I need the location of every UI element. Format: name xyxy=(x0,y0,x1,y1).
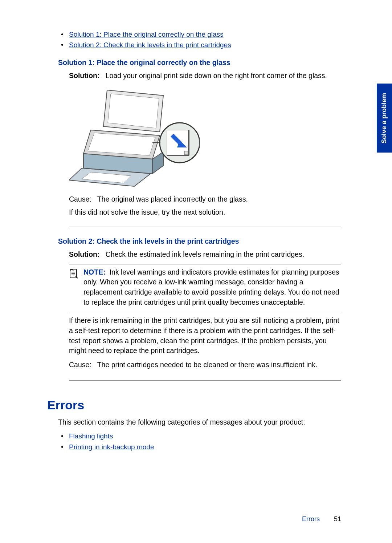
svg-marker-5 xyxy=(152,152,163,174)
link-solution-2[interactable]: Solution 2: Check the ink levels in the … xyxy=(69,41,231,49)
solution-2-cause-text: The print cartridges needed to be cleane… xyxy=(97,361,318,369)
link-solution-1[interactable]: Solution 1: Place the original correctly… xyxy=(69,31,224,38)
note-body: Ink level warnings and indicators provid… xyxy=(83,268,339,306)
solution-1-cause-text: The original was placed incorrectly on t… xyxy=(97,195,248,203)
solution-1-heading: Solution 1: Place the original correctly… xyxy=(58,58,341,67)
list-item: Printing in ink-backup mode xyxy=(69,442,341,452)
solution-1-cause: Cause: The original was placed incorrect… xyxy=(69,194,341,204)
note-label: NOTE: xyxy=(83,268,106,276)
solution-1-body: Solution: Load your original print side … xyxy=(69,70,341,81)
list-item: Solution 1: Place the original correctly… xyxy=(69,29,341,40)
solution-1-text: Load your original print side down on th… xyxy=(106,72,327,80)
footer-section: Errors xyxy=(302,515,320,523)
errors-heading: Errors xyxy=(47,398,341,412)
link-flashing-lights[interactable]: Flashing lights xyxy=(69,432,113,440)
note-text: NOTE: Ink level warnings and indicators … xyxy=(83,267,341,308)
cause-label: Cause: xyxy=(69,195,91,203)
errors-intro: This section contains the following cate… xyxy=(58,418,341,426)
solution-2-heading: Solution 2: Check the ink levels in the … xyxy=(58,237,341,246)
solution-2-cause: Cause: The print cartridges needed to be… xyxy=(69,360,341,370)
divider xyxy=(69,227,341,227)
page-footer: Errors 51 xyxy=(302,515,341,523)
note-block: NOTE: Ink level warnings and indicators … xyxy=(69,264,341,312)
solution-2-para: If there is ink remaining in the print c… xyxy=(69,316,341,356)
solution-2-text: Check the estimated ink levels remaining… xyxy=(106,250,304,258)
solution-label: Solution: xyxy=(69,72,99,80)
link-ink-backup-mode[interactable]: Printing in ink-backup mode xyxy=(69,443,154,451)
list-item: Solution 2: Check the ink levels in the … xyxy=(69,40,341,50)
errors-links: Flashing lights Printing in ink-backup m… xyxy=(47,431,341,452)
printer-illustration xyxy=(69,86,200,188)
cause-label: Cause: xyxy=(69,361,91,369)
top-solution-links: Solution 1: Place the original correctly… xyxy=(47,29,341,50)
solution-label: Solution: xyxy=(69,250,99,258)
side-tab: Solve a problem xyxy=(377,84,392,153)
solution-1-followup: If this did not solve the issue, try the… xyxy=(69,208,341,216)
svg-marker-1 xyxy=(108,94,159,128)
svg-rect-15 xyxy=(184,151,188,155)
page: Solve a problem Solution 1: Place the or… xyxy=(0,0,392,543)
solution-2-body: Solution: Check the estimated ink levels… xyxy=(69,249,341,259)
note-icon xyxy=(69,267,80,308)
list-item: Flashing lights xyxy=(69,431,341,441)
footer-page-number: 51 xyxy=(334,515,341,523)
divider xyxy=(69,380,341,381)
side-tab-label: Solve a problem xyxy=(381,93,388,143)
